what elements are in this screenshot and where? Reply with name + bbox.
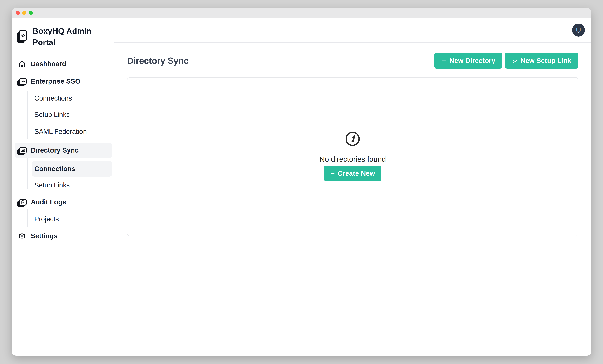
brand-link[interactable]: BoxyHQ Admin Portal [12,18,114,55]
sidebar-item-label: Dashboard [31,60,66,68]
new-directory-button[interactable]: New Directory [434,53,502,69]
sidebar-item-label: Setup Links [34,181,70,189]
page-header: Directory Sync New Directory New Setup L… [127,53,578,69]
page-title: Directory Sync [127,55,188,66]
sidebar-item-label: Audit Logs [31,198,66,206]
sidebar-item-projects[interactable]: Projects [32,211,112,227]
sidebar-item-label: Enterprise SSO [31,77,81,85]
brand-title: BoxyHQ Admin Portal [33,25,92,48]
sidebar-item-enterprise-sso[interactable]: Enterprise SSO [15,74,112,89]
close-window-button[interactable] [16,11,20,15]
sidebar-item-label: SAML Federation [34,128,87,135]
sidebar-item-ds-connections[interactable]: Connections [32,161,112,176]
sidebar-item-label: Settings [31,232,58,240]
app-window: BoxyHQ Admin Portal Dashboard [12,8,591,356]
sidebar-item-dashboard[interactable]: Dashboard [15,56,112,72]
empty-state-card: i No directories found Create New [127,77,578,236]
create-new-label: Create New [338,170,375,177]
new-setup-link-label: New Setup Link [521,57,571,65]
sidebar-item-sso-connections[interactable]: Connections [32,90,112,106]
gear-icon [17,232,27,240]
sidebar-item-settings[interactable]: Settings [15,228,112,244]
sidebar-item-directory-sync[interactable]: Directory Sync [15,143,112,158]
sidebar-item-label: Projects [34,215,59,223]
minimize-window-button[interactable] [22,11,26,15]
plus-icon [441,58,447,64]
sidebar-item-label: Setup Links [34,111,70,119]
main-area: U Directory Sync New Directory [115,18,591,355]
link-icon [512,58,518,64]
empty-state-message: No directories found [319,154,386,164]
indent-line-audit-logs [27,210,28,227]
boxyhq-logo-icon [19,30,27,41]
sidebar-item-sso-setup-links[interactable]: Setup Links [32,107,112,122]
sidebar: BoxyHQ Admin Portal Dashboard [12,18,115,355]
page-content: Directory Sync New Directory New Setup L… [115,43,591,355]
sidebar-item-audit-logs[interactable]: Audit Logs [15,194,112,210]
new-directory-label: New Directory [449,57,495,65]
directory-sync-keycap-icon [17,147,27,154]
new-setup-link-button[interactable]: New Setup Link [505,53,578,69]
user-avatar-button[interactable]: U [572,24,585,37]
plus-icon [330,171,335,176]
zoom-window-button[interactable] [29,11,33,15]
topbar: U [115,18,591,43]
svg-text:i: i [351,133,355,144]
indent-line-enterprise-sso [27,91,28,139]
sidebar-item-label: Connections [34,94,72,102]
sidebar-item-saml-federation[interactable]: SAML Federation [32,124,112,139]
page-actions: New Directory New Setup Link [434,53,578,69]
window-titlebar [12,8,591,18]
enterprise-sso-keycap-icon [17,78,27,85]
info-icon: i [345,131,360,146]
sidebar-item-label: Directory Sync [31,146,79,154]
sidebar-item-ds-setup-links[interactable]: Setup Links [32,177,112,193]
create-new-button[interactable]: Create New [324,166,382,181]
sidebar-item-label: Connections [34,165,75,173]
audit-logs-keycap-icon [17,199,27,206]
home-icon [17,60,27,68]
indent-line-directory-sync [27,158,28,189]
